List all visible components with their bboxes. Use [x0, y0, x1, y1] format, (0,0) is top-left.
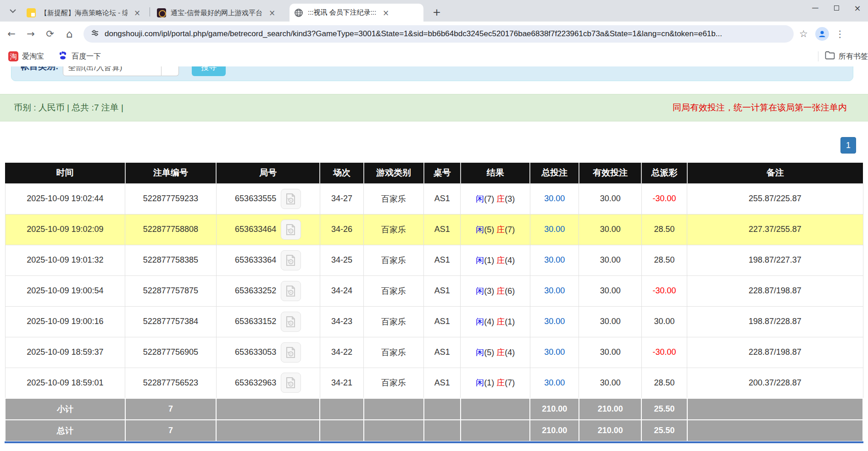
window-controls: — ×: [805, 0, 868, 16]
header-session: 场次: [320, 163, 363, 183]
result-banker-score: (4): [505, 348, 515, 357]
cell-valid-bet: 30.00: [579, 306, 642, 337]
page-1-button[interactable]: 1: [840, 137, 856, 154]
cell-round: 653633364: [216, 245, 320, 275]
new-tab-icon[interactable]: +: [430, 6, 443, 19]
url-text: dongshouji.com/ipl/portal.php/game/betre…: [105, 29, 722, 38]
header-total-bet: 总投注: [530, 163, 579, 183]
round-number: 653633053: [235, 347, 276, 357]
cell-total-bet: 30.00: [530, 368, 579, 398]
all-bookmarks[interactable]: 所有书签: [818, 46, 868, 66]
cell-round: 653632963: [216, 368, 320, 398]
tab-tongbao[interactable]: 通宝-信誉最好的网上游戏平台 ×: [152, 4, 285, 22]
video-replay-icon[interactable]: [281, 373, 301, 393]
cell-game-type: 百家乐: [364, 214, 424, 245]
cell-table-no: AS1: [424, 337, 461, 368]
cell-bet-id: 522877757384: [125, 306, 216, 337]
cell-bet-id: 522877759233: [125, 183, 216, 214]
round-number: 653633464: [235, 225, 276, 234]
emblem-icon: [157, 8, 166, 17]
url-bar[interactable]: dongshouji.com/ipl/portal.php/game/betre…: [83, 25, 794, 43]
filter-select-arrow[interactable]: [161, 66, 179, 76]
cell-table-no: AS1: [424, 214, 461, 245]
cell-game-type: 百家乐: [364, 368, 424, 398]
video-replay-icon[interactable]: [281, 250, 301, 270]
total-bet-link[interactable]: 30.00: [544, 378, 565, 387]
cell-valid-bet: 30.00: [579, 245, 642, 275]
video-replay-icon[interactable]: [281, 281, 301, 301]
cell-table-no: AS1: [424, 306, 461, 337]
profile-avatar[interactable]: [815, 27, 829, 41]
result-player-score: (7): [484, 194, 494, 204]
round-number: 653633252: [235, 286, 276, 296]
tab-bet-records-active[interactable]: :::视讯 会员下注纪录::: ×: [289, 4, 423, 22]
cell-session: 34-22: [320, 337, 363, 368]
tab-close-icon[interactable]: ×: [382, 9, 390, 17]
minimize-icon[interactable]: —: [805, 0, 826, 16]
cell-time: 2025-10-09 18:59:37: [5, 337, 125, 368]
tab-close-icon[interactable]: ×: [133, 9, 141, 17]
bookmark-taobao[interactable]: 淘 爱淘宝: [8, 51, 44, 61]
result-banker: 庄: [496, 194, 505, 204]
table-row: 2025-10-09 19:00:54 522877757875 6536332…: [5, 275, 863, 306]
site-settings-icon[interactable]: [91, 29, 99, 39]
menu-dots-icon[interactable]: ⋮: [835, 28, 846, 39]
video-replay-icon[interactable]: [281, 312, 301, 332]
total-payout: 25.50: [641, 420, 687, 441]
cell-payout: -30.00: [641, 275, 687, 306]
back-icon[interactable]: ←: [4, 26, 19, 42]
total-bet-link[interactable]: 30.00: [544, 225, 565, 234]
forward-icon[interactable]: →: [23, 26, 39, 42]
video-replay-icon[interactable]: [281, 342, 301, 363]
cell-result: 闲(1) 庄(4): [461, 245, 530, 275]
bookmark-baidu[interactable]: 百度一下: [58, 50, 101, 62]
result-player: 闲: [476, 256, 484, 265]
all-bookmarks-label: 所有书签: [839, 52, 868, 61]
total-bet-link[interactable]: 30.00: [544, 255, 565, 264]
cell-total-bet: 30.00: [530, 245, 579, 275]
result-banker: 庄: [496, 348, 505, 357]
home-icon[interactable]: ⌂: [61, 26, 77, 42]
video-replay-icon[interactable]: [281, 220, 301, 240]
cell-valid-bet: 30.00: [579, 337, 642, 368]
valid-bet-notice: 同局有效投注，统一计算在该局第一张注单内: [673, 102, 847, 114]
tab-strip: 【新提醒】海燕策略论坛 - 综合 × 通宝-信誉最好的网上游戏平台 × :::视…: [0, 0, 868, 22]
cell-payout: -30.00: [641, 183, 687, 214]
tab-haiyan-forum[interactable]: 【新提醒】海燕策略论坛 - 综合 ×: [22, 4, 147, 22]
taobao-icon: 淘: [8, 51, 18, 61]
round-number: 653633364: [235, 255, 276, 265]
header-table-no: 桌号: [424, 163, 461, 183]
bookmark-star-icon[interactable]: ☆: [799, 28, 808, 39]
total-bet-link[interactable]: 30.00: [544, 286, 565, 295]
cell-payout: -30.00: [641, 337, 687, 368]
cell-valid-bet: 30.00: [579, 183, 642, 214]
cell-game-type: 百家乐: [364, 183, 424, 214]
total-count: 7: [125, 420, 216, 441]
search-button[interactable]: 搜寻: [192, 66, 226, 76]
total-bet-link[interactable]: 30.00: [544, 317, 565, 326]
close-window-icon[interactable]: ×: [847, 0, 868, 16]
browser-toolbar: ← → ⟳ ⌂ dongshouji.com/ipl/portal.php/ga…: [0, 22, 868, 46]
tab-search-chevron-icon[interactable]: [6, 5, 19, 17]
cell-round: 653633152: [216, 306, 320, 337]
total-valid-bet: 210.00: [579, 420, 642, 441]
bookmarks-divider: [818, 51, 818, 61]
header-game-type: 游戏类别: [364, 163, 424, 183]
cell-table-no: AS1: [424, 183, 461, 214]
empty-cell: [424, 420, 461, 441]
bookmark-label: 爱淘宝: [22, 52, 44, 61]
cell-time: 2025-10-09 19:02:44: [5, 183, 125, 214]
maximize-icon[interactable]: [826, 0, 847, 16]
total-bet-link[interactable]: 30.00: [544, 194, 565, 203]
filter-category-select[interactable]: 全部(出/入皆算): [63, 66, 161, 76]
result-banker-score: (3): [505, 194, 515, 204]
video-replay-icon[interactable]: [281, 189, 301, 209]
empty-cell: [216, 420, 320, 441]
cell-total-bet: 30.00: [530, 214, 579, 245]
page-content: 帐目类别: 全部(出/入皆算) 搜寻 币别 : 人民币 | 总共 :7 注单 |…: [0, 66, 868, 451]
reload-icon[interactable]: ⟳: [42, 26, 58, 42]
bet-records-table: 时间 注单编号 局号 场次 游戏类别 桌号 结果 总投注 有效投注 总派彩 备注…: [5, 163, 863, 442]
tab-close-icon[interactable]: ×: [268, 9, 276, 17]
total-bet-link[interactable]: 30.00: [544, 347, 565, 357]
tab-title: 通宝-信誉最好的网上游戏平台: [171, 9, 262, 17]
